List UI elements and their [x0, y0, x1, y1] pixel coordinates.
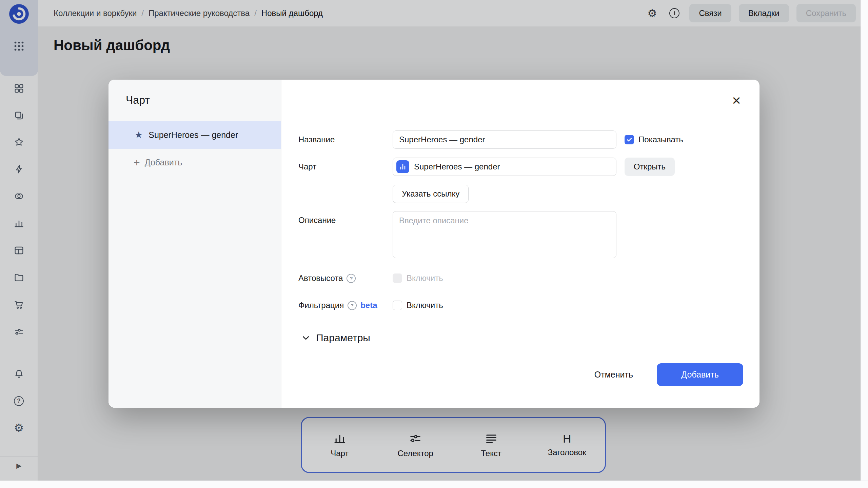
check-icon — [626, 136, 633, 143]
autoheight-checkbox-label: Включить — [407, 273, 443, 283]
add-chart-dialog: Чарт ★ SuperHeroes — gender + Добавить ✕… — [108, 80, 760, 408]
filtering-checkbox-wrap: Включить — [393, 301, 616, 310]
horizontal-scrollbar[interactable] — [0, 481, 868, 488]
open-chart-button[interactable]: Открыть — [625, 158, 675, 176]
autoheight-help-icon[interactable]: ? — [347, 274, 356, 283]
name-row: Название Показывать — [298, 130, 743, 149]
name-label: Название — [298, 135, 393, 144]
beta-badge: beta — [360, 301, 377, 310]
autoheight-checkbox[interactable] — [393, 273, 402, 283]
link-row: Указать ссылку — [298, 185, 743, 203]
filtering-label: Фильтрация — [298, 301, 344, 310]
add-button[interactable]: Добавить — [657, 363, 743, 386]
parameters-section-toggle[interactable]: Параметры — [301, 332, 743, 344]
chart-chip-icon — [396, 160, 409, 173]
vertical-scrollbar[interactable] — [861, 0, 868, 488]
show-checkbox[interactable] — [625, 135, 634, 144]
autoheight-label: Автовысота — [298, 273, 343, 283]
specify-link-button[interactable]: Указать ссылку — [393, 185, 469, 203]
chart-field[interactable]: SuperHeroes — gender — [393, 158, 616, 176]
autoheight-row: Автовысота ? Включить — [298, 271, 743, 285]
filtering-help-icon[interactable]: ? — [348, 301, 357, 310]
show-checkbox-wrap: Показывать — [625, 135, 743, 144]
filtering-checkbox[interactable] — [393, 301, 402, 310]
name-input[interactable] — [393, 130, 616, 149]
star-icon: ★ — [135, 130, 143, 140]
description-label: Описание — [298, 211, 393, 225]
description-row: Описание — [298, 211, 743, 258]
add-chart-list-label: Добавить — [145, 158, 182, 167]
dialog-left-panel: Чарт ★ SuperHeroes — gender + Добавить — [108, 80, 281, 408]
chart-row: Чарт SuperHeroes — gender Открыть — [298, 158, 743, 176]
cancel-button[interactable]: Отменить — [590, 363, 637, 386]
chart-list-item[interactable]: ★ SuperHeroes — gender — [108, 121, 281, 149]
add-chart-list-button[interactable]: + Добавить — [108, 149, 281, 176]
chart-field-value: SuperHeroes — gender — [414, 162, 500, 171]
description-input[interactable] — [393, 211, 616, 258]
dialog-title: Чарт — [126, 94, 281, 106]
plus-icon: + — [134, 157, 140, 168]
chevron-down-icon — [301, 333, 311, 343]
filtering-row: Фильтрация ? beta Включить — [298, 298, 743, 312]
chart-list-item-label: SuperHeroes — gender — [149, 130, 238, 140]
dialog-footer: Отменить Добавить — [298, 363, 743, 386]
chart-form: Название Показывать Чарт — [281, 80, 760, 386]
autoheight-checkbox-wrap: Включить — [393, 273, 616, 283]
close-icon: ✕ — [732, 94, 742, 107]
dialog-body: ✕ Название Показывать — [281, 80, 760, 408]
show-checkbox-label[interactable]: Показывать — [638, 135, 683, 144]
screen: ? ⚙ ▶ Коллекции и воркбуки / Практически… — [0, 0, 868, 488]
close-dialog-button[interactable]: ✕ — [729, 93, 744, 108]
filtering-checkbox-label[interactable]: Включить — [407, 301, 443, 310]
parameters-section-label: Параметры — [316, 332, 370, 344]
chart-label: Чарт — [298, 162, 393, 171]
